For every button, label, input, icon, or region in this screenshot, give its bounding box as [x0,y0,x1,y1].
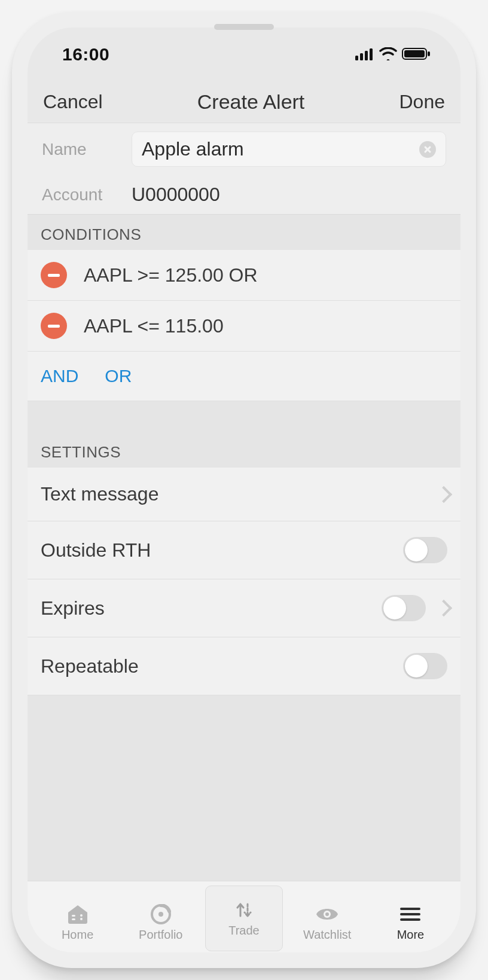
tab-watchlist[interactable]: Watchlist [286,904,369,942]
tab-trade[interactable]: Trade [202,886,285,942]
trade-icon [231,900,257,920]
logic-row: AND OR [28,352,460,401]
text-message-label: Text message [41,483,158,505]
name-label: Name [42,140,132,159]
repeatable-switch[interactable] [403,653,447,679]
phone-frame: 16:00 [12,12,476,968]
name-input-wrap[interactable] [132,132,446,167]
svg-rect-6 [428,51,430,56]
condition-row[interactable]: AAPL <= 115.00 [28,301,460,352]
status-right [355,44,431,65]
conditions-header: CONDITIONS [28,215,460,250]
battery-icon [402,44,431,65]
svg-rect-3 [370,48,373,60]
text-message-row[interactable]: Text message [28,468,460,521]
watchlist-icon [315,904,340,924]
expires-label: Expires [41,597,105,619]
done-button[interactable]: Done [399,91,445,113]
remove-condition-icon[interactable] [41,262,67,288]
screen: 16:00 [28,28,460,952]
svg-rect-2 [365,51,368,60]
svg-point-14 [325,912,329,916]
phone-notch [214,24,274,30]
svg-rect-0 [355,56,358,60]
outside-rth-row: Outside RTH [28,521,460,579]
setting-right [438,487,447,502]
svg-rect-7 [72,915,75,917]
svg-point-12 [158,912,163,917]
home-icon [65,904,90,924]
svg-point-10 [80,918,83,920]
svg-point-9 [80,914,83,917]
name-row: Name [28,123,460,175]
condition-text: AAPL >= 125.00 OR [84,264,258,286]
repeatable-row: Repeatable [28,637,460,695]
tab-more[interactable]: More [369,904,452,942]
tab-more-label: More [397,928,425,942]
tab-home[interactable]: Home [36,904,119,942]
svg-rect-16 [400,913,420,915]
nav-title: Create Alert [197,90,305,114]
tab-bar: Home Portfolio [28,881,460,952]
or-button[interactable]: OR [105,366,132,386]
svg-rect-5 [404,50,425,57]
section-gap [28,401,460,432]
tab-watchlist-label: Watchlist [303,928,351,942]
setting-right [403,537,447,563]
wifi-icon [379,44,397,65]
expires-switch[interactable] [382,595,426,621]
account-label: Account [42,185,132,204]
cancel-button[interactable]: Cancel [43,91,103,113]
tab-portfolio-label: Portfolio [139,928,182,942]
setting-right [382,595,447,621]
tab-portfolio[interactable]: Portfolio [119,904,202,942]
more-icon [398,904,423,924]
chevron-right-icon [438,600,447,616]
account-row: Account U0000000 [28,175,460,214]
status-bar: 16:00 [28,28,460,81]
condition-text: AAPL <= 115.00 [84,315,224,337]
svg-rect-15 [400,908,420,910]
nav-bar: Cancel Create Alert Done [28,81,460,123]
portfolio-icon [148,904,173,924]
settings-header: SETTINGS [28,432,460,468]
tab-home-label: Home [62,928,93,942]
status-time: 16:00 [62,44,109,65]
cellular-icon [355,44,374,65]
tab-trade-label: Trade [228,924,260,938]
name-input[interactable] [142,138,419,160]
remove-condition-icon[interactable] [41,313,67,339]
account-value: U0000000 [132,184,220,206]
filler-area [28,695,460,881]
and-button[interactable]: AND [41,366,78,386]
clear-text-icon[interactable] [419,141,436,158]
repeatable-label: Repeatable [41,655,139,677]
outside-rth-label: Outside RTH [41,539,151,561]
svg-rect-1 [360,53,363,60]
svg-rect-8 [72,918,75,920]
outside-rth-switch[interactable] [403,537,447,563]
expires-row[interactable]: Expires [28,579,460,637]
svg-rect-17 [400,918,420,921]
chevron-right-icon [438,487,447,502]
trade-button-wrap[interactable]: Trade [205,886,283,951]
condition-row[interactable]: AAPL >= 125.00 OR [28,250,460,301]
form-section: Name Account U0000000 [28,123,460,215]
setting-right [403,653,447,679]
